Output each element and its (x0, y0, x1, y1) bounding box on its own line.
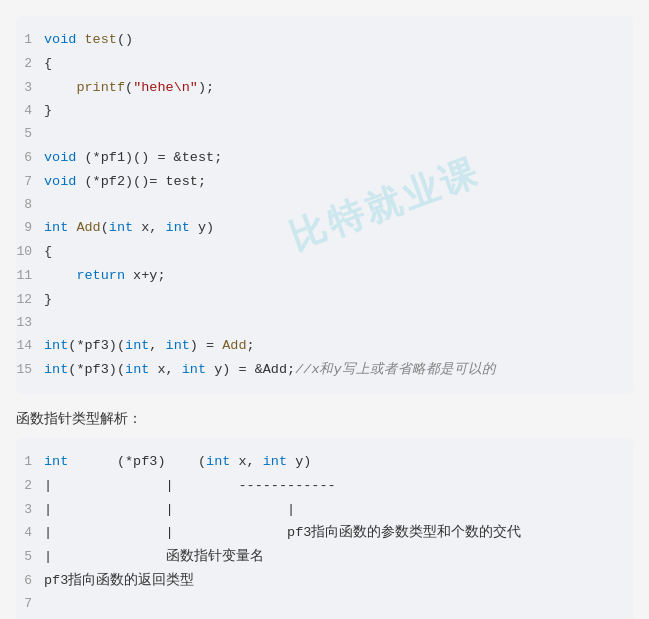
code-line: 4} (16, 99, 633, 123)
line-content: | | pf3指向函数的参数类型和个数的交代 (44, 522, 521, 544)
code-line: 5| 函数指针变量名 (16, 545, 633, 569)
code-line: 6void (*pf1)() = &test; (16, 146, 633, 170)
line-number: 8 (16, 195, 44, 216)
line-content: void (*pf1)() = &test; (44, 147, 222, 169)
code-lines-2: 1int (*pf3) (int x, int y)2| | ---------… (16, 450, 633, 619)
code-line: 5 (16, 123, 633, 146)
line-number: 13 (16, 313, 44, 334)
line-content: } (44, 100, 52, 122)
code-line: 7 (16, 593, 633, 616)
line-number: 3 (16, 500, 44, 521)
line-number: 2 (16, 476, 44, 497)
code-line: 7void (*pf2)()= test; (16, 170, 633, 194)
line-content: { (44, 241, 52, 263)
code-line: 14int(*pf3)(int, int) = Add; (16, 334, 633, 358)
line-content: | | | (44, 499, 295, 521)
line-number: 5 (16, 124, 44, 145)
code-line: 1int (*pf3) (int x, int y) (16, 450, 633, 474)
line-content: | | ------------ (44, 475, 336, 497)
line-number: 9 (16, 218, 44, 239)
line-content: int(*pf3)(int x, int y) = &Add;//x和y写上或者… (44, 359, 496, 381)
code-block-1: 比特就业课 1void test()2{3 printf("hehe\n");4… (16, 16, 633, 394)
line-number: 5 (16, 547, 44, 568)
code-line: 9int Add(int x, int y) (16, 216, 633, 240)
line-number: 7 (16, 594, 44, 615)
code-block-2: 1int (*pf3) (int x, int y)2| | ---------… (16, 438, 633, 619)
code-line: 6pf3指向函数的返回类型 (16, 569, 633, 593)
line-content: void test() (44, 29, 133, 51)
line-number: 4 (16, 101, 44, 122)
line-number: 11 (16, 266, 44, 287)
code-line: 12} (16, 288, 633, 312)
line-content: void (*pf2)()= test; (44, 171, 206, 193)
code-line: 2{ (16, 52, 633, 76)
code-line: 11 return x+y; (16, 264, 633, 288)
line-number: 3 (16, 78, 44, 99)
line-content: } (44, 289, 52, 311)
line-content: printf("hehe\n"); (44, 77, 214, 99)
code-line: 15int(*pf3)(int x, int y) = &Add;//x和y写上… (16, 358, 633, 382)
line-number: 15 (16, 360, 44, 381)
line-content: pf3指向函数的返回类型 (44, 570, 194, 592)
code-line: 1void test() (16, 28, 633, 52)
line-number: 1 (16, 30, 44, 51)
line-content: { (44, 53, 52, 75)
line-number: 6 (16, 148, 44, 169)
line-number: 14 (16, 336, 44, 357)
line-number: 10 (16, 242, 44, 263)
line-content: return x+y; (44, 265, 166, 287)
line-number: 4 (16, 523, 44, 544)
code-line: 2| | ------------ (16, 474, 633, 498)
code-line: 3 printf("hehe\n"); (16, 76, 633, 100)
code-line: 13 (16, 312, 633, 335)
code-lines-1: 1void test()2{3 printf("hehe\n");4}56voi… (16, 28, 633, 382)
code-line: 4| | pf3指向函数的参数类型和个数的交代 (16, 521, 633, 545)
code-line: 8 int (*) (int x, int y) //pf3函数指针变量的类型 (16, 616, 633, 619)
line-number: 1 (16, 452, 44, 473)
line-content: int Add(int x, int y) (44, 217, 214, 239)
line-content: int (*pf3) (int x, int y) (44, 451, 311, 473)
line-number: 2 (16, 54, 44, 75)
line-number: 7 (16, 172, 44, 193)
line-content: | 函数指针变量名 (44, 546, 264, 568)
code-line: 3| | | (16, 498, 633, 522)
code-line: 10{ (16, 240, 633, 264)
section-label: 函数指针类型解析： (16, 410, 633, 428)
line-number: 12 (16, 290, 44, 311)
line-number: 6 (16, 571, 44, 592)
line-content: int(*pf3)(int, int) = Add; (44, 335, 255, 357)
code-line: 8 (16, 194, 633, 217)
